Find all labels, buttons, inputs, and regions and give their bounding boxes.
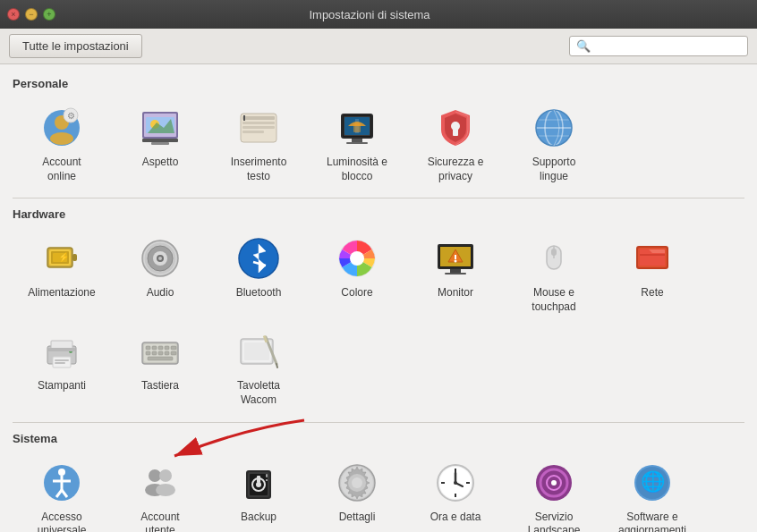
sidebar-item-account-online[interactable]: ⚙ Accountonline (13, 97, 111, 190)
sidebar-item-luminosita[interactable]: Luminosità eblocco (308, 97, 406, 190)
backup-label: Backup (241, 511, 276, 525)
svg-point-101 (156, 484, 175, 496)
back-button[interactable]: Tutte le impostazioni (9, 34, 142, 58)
section-hardware: Hardware ⚡ Alimentazione (13, 207, 744, 414)
svg-text:⚙: ⚙ (67, 111, 75, 121)
svg-rect-75 (146, 346, 150, 350)
account-utente-icon (137, 460, 183, 506)
software-aggiornamenti-label: Software eaggiornamenti (618, 511, 686, 532)
sidebar-item-stampanti[interactable]: Stampanti (13, 321, 111, 414)
svg-rect-109 (266, 479, 268, 481)
minimize-button[interactable]: − (25, 8, 38, 21)
divider-personale (13, 198, 744, 198)
svg-rect-85 (148, 357, 173, 360)
search-input[interactable] (594, 39, 741, 53)
supporto-lingue-icon (531, 105, 577, 151)
sidebar-item-bluetooth[interactable]: Bluetooth (209, 228, 308, 321)
section-title-hardware: Hardware (13, 207, 744, 221)
svg-rect-107 (257, 476, 260, 483)
window-title: Impostazioni di sistema (61, 8, 678, 21)
sidebar-item-aspetto[interactable]: Aspetto (111, 97, 209, 190)
svg-rect-70 (55, 362, 65, 364)
aspetto-icon (137, 105, 183, 151)
svg-rect-88 (244, 342, 269, 360)
sidebar-item-sicurezza[interactable]: Sicurezza eprivacy (406, 97, 505, 190)
svg-rect-16 (242, 131, 264, 133)
sidebar-item-supporto-lingue[interactable]: Supportolingue (505, 97, 603, 190)
sidebar-item-backup[interactable]: Backup (209, 452, 308, 532)
svg-text:🌐: 🌐 (641, 469, 666, 494)
toolbar: Tutte le impostazioni 🔍 (0, 29, 757, 64)
svg-rect-54 (445, 273, 466, 274)
bluetooth-icon (235, 235, 282, 282)
sidebar-item-inserimento-testo[interactable]: Inserimentotesto (209, 97, 308, 190)
sidebar-item-tastiera[interactable]: Tastiera (111, 321, 209, 414)
sidebar-item-colore[interactable]: Colore (308, 228, 406, 321)
stampanti-icon (38, 328, 85, 375)
luminosita-label: Luminosità eblocco (327, 156, 387, 183)
section-personale: Personale ⚙ Accountonline (13, 77, 744, 190)
svg-rect-78 (165, 346, 169, 350)
inserimento-testo-label: Inserimentotesto (231, 156, 287, 183)
svg-point-126 (551, 480, 557, 486)
svg-rect-79 (171, 346, 176, 350)
account-utente-label: Accountutente (140, 511, 179, 532)
svg-rect-14 (242, 122, 275, 124)
svg-rect-60 (551, 249, 557, 256)
svg-rect-15 (242, 126, 275, 129)
sidebar-item-monitor[interactable]: Monitor (406, 228, 505, 321)
sidebar-item-ora-data[interactable]: Ora e data (406, 452, 505, 532)
svg-rect-80 (146, 351, 150, 355)
software-aggiornamenti-icon: 🌐 (629, 460, 676, 506)
section-sistema: Sistema Accessouniversale (13, 432, 744, 532)
stampanti-label: Stampanti (38, 379, 86, 393)
mouse-label: Mouse etouchpad (532, 286, 575, 314)
svg-text:⚡: ⚡ (58, 251, 70, 263)
svg-point-113 (352, 477, 362, 488)
ora-data-icon (432, 460, 479, 506)
svg-rect-69 (55, 359, 69, 361)
svg-rect-20 (352, 139, 362, 142)
sidebar-item-account-utente[interactable]: Accountutente (111, 452, 209, 532)
divider-hardware (13, 422, 744, 423)
sidebar-item-rete[interactable]: Rete (603, 228, 702, 321)
icon-grid-sistema: Accessouniversale Accountutente (13, 452, 744, 532)
svg-rect-82 (158, 351, 163, 355)
sidebar-item-software-aggiornamenti[interactable]: 🌐 Software eaggiornamenti (603, 452, 702, 532)
svg-rect-53 (450, 269, 461, 273)
svg-rect-8 (151, 142, 169, 145)
inserimento-testo-icon (235, 105, 282, 151)
svg-rect-21 (346, 142, 368, 144)
rete-icon (629, 235, 676, 282)
servizio-landscape-label: ServizioLandscape (528, 511, 581, 532)
tavoletta-icon (235, 328, 282, 375)
close-button[interactable]: × (7, 8, 20, 21)
svg-rect-77 (158, 346, 163, 350)
icon-grid-personale: ⚙ Accountonline As (13, 97, 744, 190)
svg-line-90 (276, 364, 277, 367)
section-title-sistema: Sistema (13, 432, 744, 445)
sidebar-item-audio[interactable]: Audio (111, 228, 209, 321)
sidebar-item-alimentazione[interactable]: ⚡ Alimentazione (13, 228, 111, 321)
audio-label: Audio (147, 286, 174, 300)
ora-data-label: Ora e data (430, 511, 481, 525)
supporto-lingue-label: Supportolingue (532, 156, 576, 183)
svg-rect-13 (242, 116, 275, 120)
svg-point-122 (454, 481, 457, 485)
sidebar-item-dettagli[interactable]: Dettagli (308, 452, 406, 532)
account-online-label: Accountonline (42, 156, 81, 183)
sidebar-item-tavoletta[interactable]: TavolettaWacom (209, 321, 308, 414)
colore-label: Colore (341, 286, 372, 300)
accesso-universale-icon (38, 460, 85, 506)
icon-grid-hardware: ⚡ Alimentazione Audio (13, 228, 744, 414)
aspetto-label: Aspetto (142, 156, 179, 170)
svg-point-49 (350, 251, 364, 266)
luminosita-icon (334, 105, 380, 151)
svg-rect-35 (72, 254, 77, 261)
sidebar-item-accesso-universale[interactable]: Accessouniversale (13, 452, 111, 532)
tastiera-icon (137, 328, 183, 375)
sidebar-item-servizio-landscape[interactable]: ServizioLandscape (505, 452, 603, 532)
svg-rect-17 (243, 115, 245, 121)
sidebar-item-mouse[interactable]: Mouse etouchpad (505, 228, 603, 321)
maximize-button[interactable]: + (43, 8, 55, 21)
